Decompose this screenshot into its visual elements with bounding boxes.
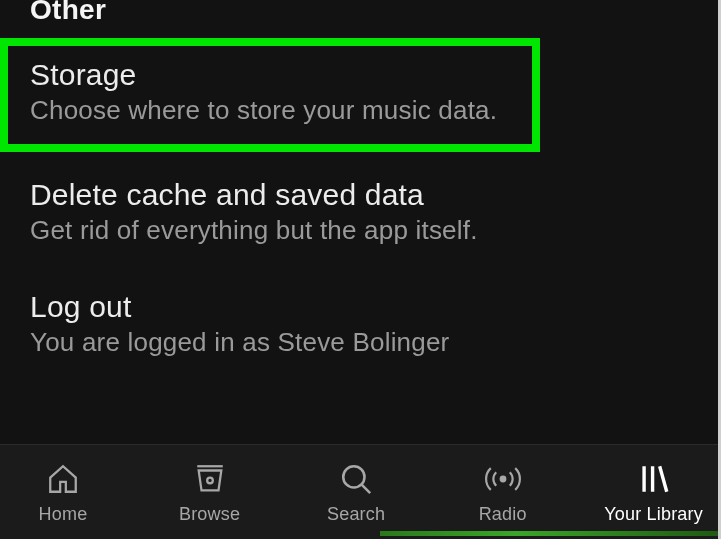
nav-library[interactable]: Your Library [604,460,703,525]
nav-browse[interactable]: Browse [165,460,255,525]
nav-search-label: Search [327,504,385,525]
nav-radio-label: Radio [479,504,527,525]
svg-point-2 [343,466,364,487]
nav-browse-label: Browse [179,504,240,525]
nav-library-label: Your Library [604,504,703,525]
library-icon [635,460,673,498]
nav-search[interactable]: Search [311,460,401,525]
setting-storage[interactable]: Storage Choose where to store your music… [0,38,540,152]
setting-logout-desc: You are logged in as Steve Bolinger [30,326,691,360]
setting-storage-desc: Choose where to store your music data. [30,94,510,128]
setting-delete-cache[interactable]: Delete cache and saved data Get rid of e… [0,164,721,266]
svg-point-1 [207,477,213,483]
nav-home-label: Home [39,504,88,525]
svg-line-7 [659,466,666,492]
browse-icon [191,460,229,498]
radio-icon [484,460,522,498]
nav-home[interactable]: Home [18,460,108,525]
setting-delete-cache-title: Delete cache and saved data [30,178,691,212]
svg-line-3 [362,484,371,493]
search-icon [337,460,375,498]
setting-logout[interactable]: Log out You are logged in as Steve Bolin… [0,266,721,378]
highlight-underline [380,531,719,536]
bottom-nav: Home Browse Search Radio Your Library [0,444,721,539]
nav-radio[interactable]: Radio [458,460,548,525]
setting-delete-cache-desc: Get rid of everything but the app itself… [30,214,691,248]
setting-storage-title: Storage [30,58,510,92]
svg-point-4 [499,475,506,482]
section-header-other: Other [0,0,721,26]
setting-logout-title: Log out [30,290,691,324]
settings-list: Other Storage Choose where to store your… [0,0,721,377]
home-icon [44,460,82,498]
